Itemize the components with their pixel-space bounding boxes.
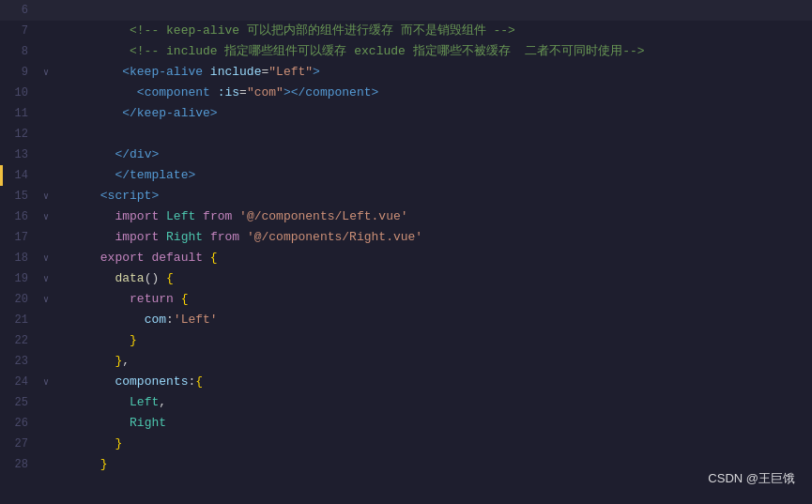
line-num-11: 11 — [0, 107, 39, 120]
line-num-21: 21 — [0, 313, 39, 327]
line-num-27: 27 — [0, 437, 39, 451]
line-num-22: 22 — [0, 334, 39, 347]
line-num-13: 13 — [0, 148, 39, 161]
line-num-25: 25 — [0, 396, 39, 409]
line-num-28: 28 — [0, 458, 39, 471]
fold-15: ∨ — [39, 191, 53, 202]
line-num-26: 26 — [0, 417, 39, 430]
code-line-28: 28 } — [0, 454, 812, 475]
fold-19: ∨ — [39, 273, 53, 284]
line-num-17: 17 — [0, 231, 39, 244]
line-num-23: 23 — [0, 355, 39, 368]
line-num-12: 12 — [0, 128, 39, 141]
line-num-10: 10 — [0, 86, 39, 99]
watermark: CSDN @王巨饿 — [708, 470, 795, 487]
fold-9: ∨ — [39, 67, 53, 78]
line-num-9: 9 — [0, 66, 39, 79]
line-content-28: } — [53, 434, 812, 496]
line-num-6: 6 — [0, 4, 39, 17]
line-num-18: 18 — [0, 252, 39, 265]
code-editor: 6 7 <!-- keep-alive 可以把内部的组件进行缓存 而不是销毁组件… — [0, 0, 812, 504]
line-num-7: 7 — [0, 24, 39, 38]
line-num-20: 20 — [0, 293, 39, 306]
fold-24: ∨ — [39, 376, 53, 388]
code-line-11: 11 </keep-alive> — [0, 103, 812, 124]
line-num-19: 19 — [0, 272, 39, 285]
fold-18: ∨ — [39, 252, 53, 264]
line-num-24: 24 — [0, 375, 39, 389]
line-marker-14 — [0, 165, 3, 186]
line-num-16: 16 — [0, 210, 39, 223]
line-num-15: 15 — [0, 190, 39, 203]
fold-20: ∨ — [39, 294, 53, 305]
line-num-14: 14 — [0, 169, 39, 182]
fold-16: ∨ — [39, 211, 53, 222]
line-num-8: 8 — [0, 45, 39, 58]
